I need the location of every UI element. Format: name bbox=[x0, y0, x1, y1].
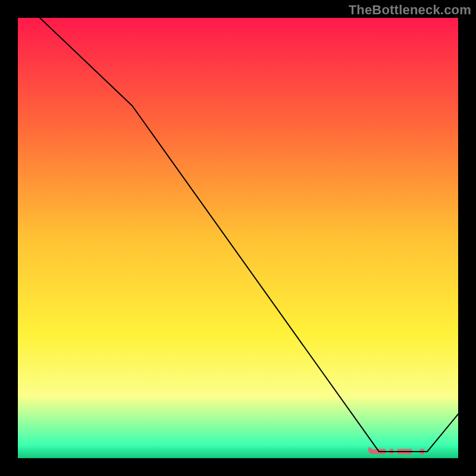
plot-area bbox=[18, 18, 458, 458]
attribution-label: TheBottleneck.com bbox=[349, 2, 471, 18]
chart-stage: TheBottleneck.com bbox=[0, 0, 476, 476]
chart-svg bbox=[18, 18, 458, 458]
gradient-background bbox=[18, 18, 458, 458]
